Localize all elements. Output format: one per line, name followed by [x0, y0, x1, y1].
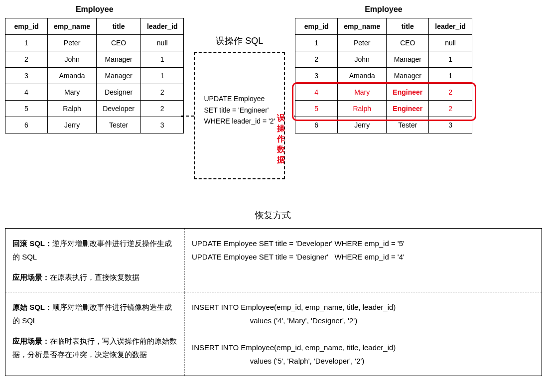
table-cell: 3 [429, 117, 472, 133]
sql-line: UPDATE Employee [204, 93, 275, 104]
table-cell: Tester [387, 117, 429, 133]
error-data-label: 误操作数据 [277, 113, 285, 165]
table-row: 6JerryTester3 [5, 117, 184, 133]
table-cell: Jerry [48, 117, 97, 133]
sql-title: 误操作 SQL [216, 35, 263, 47]
recovery-scenario: 应用场景：在原表执行，直接恢复数据 [12, 270, 177, 284]
table-cell: 1 [295, 35, 338, 51]
table-cell: Tester [97, 117, 141, 133]
sql-box: UPDATE EmployeeSET title = 'Engineer'WHE… [194, 52, 285, 179]
right-employee-table: emp_idemp_nametitleleader_id 1PeterCEOnu… [295, 18, 472, 133]
recovery-sql-type-label: 原始 SQL： [12, 303, 52, 311]
recovery-scenario-text: 在原表执行，直接恢复数据 [50, 273, 139, 281]
recovery-left-cell: 原始 SQL：顺序对增删改事件进行镜像构造生成的 SQL应用场景：在临时表执行，… [5, 292, 185, 376]
table-cell: 3 [140, 117, 183, 133]
recovery-sql-line: UPDATE Employee SET title = 'Designer' W… [192, 250, 535, 263]
table-row: 3AmandaManager1 [295, 68, 472, 84]
table-cell: 2 [429, 84, 472, 101]
table-cell: 2 [140, 101, 183, 117]
recovery-sql-desc: 原始 SQL：顺序对增删改事件进行镜像构造生成的 SQL [12, 300, 177, 327]
recovery-right-cell: INSERT INTO Employee(emp_id, emp_name, t… [185, 292, 542, 376]
table-header-cell: title [387, 18, 429, 35]
table-cell: 2 [429, 101, 472, 117]
recovery-sql-line [192, 327, 535, 341]
table-cell: Engineer [387, 84, 429, 101]
table-row: 3AmandaManager1 [5, 68, 184, 84]
sql-line: WHERE leader_id = '2' [204, 116, 275, 127]
table-row: 1PeterCEOnull [5, 35, 184, 51]
table-cell: Manager [97, 68, 141, 84]
table-row: 5RalphEngineer2 [295, 101, 472, 117]
table-cell: 3 [295, 68, 338, 84]
table-cell: Manager [387, 51, 429, 68]
table-cell: 6 [295, 117, 338, 133]
recovery-sql-line: INSERT INTO Employee(emp_id, emp_name, t… [192, 300, 535, 314]
table-cell: 2 [140, 84, 183, 101]
table-cell: 2 [295, 51, 338, 68]
table-cell: 5 [295, 101, 338, 117]
table-cell: 4 [5, 84, 48, 101]
recovery-sql-line: values ('4', 'Mary', 'Designer', '2') [192, 314, 535, 327]
table-cell: Developer [97, 101, 141, 117]
table-cell: Mary [338, 84, 387, 101]
table-row: 4MaryEngineer2 [295, 84, 472, 101]
table-cell: Engineer [387, 101, 429, 117]
table-header-cell: title [97, 18, 141, 35]
recovery-left-cell: 回滚 SQL：逆序对增删改事件进行逆反操作生成的 SQL应用场景：在原表执行，直… [5, 229, 185, 292]
table-cell: 1 [429, 51, 472, 68]
recovery-scenario-label: 应用场景： [12, 273, 50, 281]
recovery-sql-line: UPDATE Employee SET title = 'Developer' … [192, 237, 535, 250]
table-cell: John [338, 51, 387, 68]
table-cell: Amanda [338, 68, 387, 84]
arrow-left-icon [181, 116, 194, 117]
table-header-cell: emp_id [5, 18, 48, 35]
table-header-cell: leader_id [140, 18, 183, 35]
table-cell: Ralph [338, 101, 387, 117]
recovery-table: 回滚 SQL：逆序对增删改事件进行逆反操作生成的 SQL应用场景：在原表执行，直… [5, 228, 542, 376]
recovery-sql-type-label: 回滚 SQL： [12, 239, 52, 248]
table-row: 4MaryDesigner2 [5, 84, 184, 101]
table-cell: 3 [5, 68, 48, 84]
top-section: Employee emp_idemp_nametitleleader_id 1P… [5, 5, 541, 179]
table-row: 1PeterCEOnull [295, 35, 472, 51]
sql-line: SET title = 'Engineer' [204, 105, 275, 116]
recovery-sql-line: INSERT INTO Employee(emp_id, emp_name, t… [192, 341, 535, 354]
left-table-title: Employee [76, 5, 114, 14]
table-header-cell: emp_name [338, 18, 387, 35]
table-cell: Mary [48, 84, 97, 101]
table-cell: 1 [429, 68, 472, 84]
table-cell: null [140, 35, 183, 51]
left-employee-table: emp_idemp_nametitleleader_id 1PeterCEOnu… [5, 18, 184, 133]
table-cell: Peter [48, 35, 97, 51]
table-header-cell: emp_name [48, 18, 97, 35]
right-table-block: Employee emp_idemp_nametitleleader_id 1P… [295, 5, 472, 133]
recovery-right-cell: UPDATE Employee SET title = 'Developer' … [185, 229, 542, 292]
table-cell: 5 [5, 101, 48, 117]
left-table-block: Employee emp_idemp_nametitleleader_id 1P… [5, 5, 184, 133]
table-cell: Peter [338, 35, 387, 51]
table-cell: CEO [387, 35, 429, 51]
table-cell: Ralph [48, 101, 97, 117]
table-header-cell: emp_id [295, 18, 338, 35]
table-cell: Jerry [338, 117, 387, 133]
table-cell: John [48, 51, 97, 68]
table-row: 2JohnManager1 [5, 51, 184, 68]
table-row: 2JohnManager1 [295, 51, 472, 68]
table-cell: Manager [387, 68, 429, 84]
recovery-scenario-label: 应用场景： [12, 337, 50, 345]
table-cell: 1 [140, 68, 183, 84]
table-cell: 1 [5, 35, 48, 51]
table-cell: CEO [97, 35, 141, 51]
table-cell: 4 [295, 84, 338, 101]
table-cell: null [429, 35, 472, 51]
table-row: 5RalphDeveloper2 [5, 101, 184, 117]
table-cell: Amanda [48, 68, 97, 84]
recovery-sql-line: values ('5', 'Ralph', 'Developer', '2') [192, 354, 535, 368]
table-cell: Manager [97, 51, 141, 68]
right-table-title: Employee [365, 5, 403, 14]
table-header-cell: leader_id [429, 18, 472, 35]
recovery-title: 恢复方式 [5, 209, 541, 221]
recovery-sql-desc: 回滚 SQL：逆序对增删改事件进行逆反操作生成的 SQL [12, 237, 177, 263]
recovery-scenario: 应用场景：在临时表执行，写入误操作前的原始数据，分析是否存在冲突，决定恢复的数据 [12, 334, 177, 361]
sql-operation-block: 误操作 SQL UPDATE EmployeeSET title = 'Engi… [194, 35, 285, 179]
